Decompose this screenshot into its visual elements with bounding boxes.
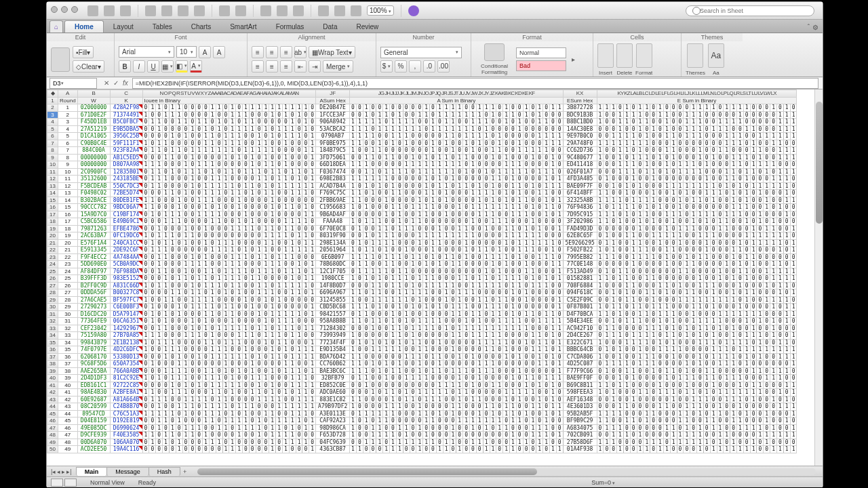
cell-bit[interactable]: 1 <box>403 247 410 254</box>
cell-bit[interactable]: 0 <box>463 410 470 418</box>
cell-bit[interactable]: 0 <box>737 176 744 183</box>
cell-bit[interactable]: 0 <box>644 261 650 268</box>
cell-w[interactable]: 00000000 <box>77 161 110 169</box>
cell-bit[interactable]: 1 <box>376 147 383 155</box>
cell-bit[interactable]: 1 <box>376 424 383 432</box>
cell-bit[interactable]: 1 <box>256 133 262 140</box>
cell-bit[interactable]: 0 <box>189 268 196 275</box>
cell-bit[interactable]: 0 <box>663 296 670 304</box>
cell-bit[interactable]: 0 <box>663 410 670 418</box>
cell-bit[interactable]: 1 <box>383 253 390 261</box>
cell-bit[interactable]: 1 <box>790 247 797 254</box>
cell-bit[interactable]: 0 <box>496 182 503 190</box>
cell-bit[interactable]: 0 <box>203 424 210 432</box>
cell-bit[interactable]: 1 <box>396 211 403 218</box>
cell-bit[interactable]: 1 <box>262 140 269 147</box>
cell-esum-hex[interactable]: F502FB22 <box>563 247 597 254</box>
cell-bit[interactable]: 1 <box>249 218 256 226</box>
cell-bit[interactable]: 1 <box>523 168 530 176</box>
row-header[interactable]: 16 <box>47 204 58 211</box>
cell-bit[interactable]: 0 <box>296 119 302 126</box>
cell-bit[interactable]: 0 <box>604 353 610 361</box>
cell-bit[interactable]: 1 <box>383 261 390 268</box>
cell-bit[interactable]: 0 <box>236 410 243 418</box>
cell-bit[interactable]: 1 <box>684 253 690 261</box>
cell-bit[interactable]: 1 <box>717 147 724 155</box>
cell-bit[interactable]: 0 <box>476 232 483 240</box>
cell-bit[interactable]: 0 <box>203 346 210 354</box>
cell-bit[interactable]: 0 <box>289 232 296 240</box>
grow-font-button[interactable]: A <box>199 46 211 58</box>
cell-bit[interactable]: 0 <box>597 289 604 297</box>
cell-bit[interactable]: 1 <box>663 182 670 190</box>
cell-bit[interactable]: 1 <box>436 154 443 161</box>
cell-bit[interactable]: 1 <box>256 432 262 439</box>
cell-bit[interactable]: 1 <box>443 125 450 133</box>
cell-bit[interactable]: 0 <box>222 410 229 418</box>
cell-bit[interactable]: 0 <box>717 382 724 389</box>
cell-bit[interactable]: 0 <box>776 361 783 368</box>
cell-bit[interactable]: 0 <box>677 389 684 396</box>
cell-bit[interactable]: 0 <box>390 382 397 389</box>
cell-bit[interactable]: 0 <box>703 304 710 311</box>
cell-bit[interactable]: 0 <box>483 147 490 155</box>
add-sheet-button[interactable]: + <box>180 468 191 475</box>
cell-bit[interactable]: 1 <box>483 424 490 432</box>
cell-bit[interactable]: 1 <box>697 353 704 361</box>
cell-bit[interactable]: 0 <box>376 154 383 161</box>
cell-bit[interactable]: 0 <box>282 410 289 418</box>
cell-k[interactable]: F40E3585 <box>110 432 142 439</box>
cell-bit[interactable]: 1 <box>262 396 269 403</box>
cell-bit[interactable]: 1 <box>690 375 697 382</box>
cell-bit[interactable]: 1 <box>757 154 764 161</box>
cell-bit[interactable]: 0 <box>790 176 797 183</box>
cell-bit[interactable]: 0 <box>597 268 604 275</box>
cell-bit[interactable]: 0 <box>650 318 657 325</box>
cell-bit[interactable]: 1 <box>650 197 657 204</box>
cell-bit[interactable]: 0 <box>516 424 523 432</box>
underline-button[interactable]: U <box>147 60 159 73</box>
cell-bit[interactable]: 0 <box>163 424 170 432</box>
cell-bit[interactable]: 1 <box>783 147 790 155</box>
cell-bit[interactable]: 1 <box>496 325 503 332</box>
cell-bit[interactable]: 0 <box>142 176 149 183</box>
cell-bit[interactable]: 0 <box>470 375 477 382</box>
cell-bit[interactable]: 0 <box>236 168 243 176</box>
cell-bit[interactable]: 1 <box>663 261 670 268</box>
cell-bit[interactable]: 1 <box>236 418 243 425</box>
cell-bit[interactable]: 0 <box>196 111 203 119</box>
cell-bit[interactable]: 0 <box>770 403 777 411</box>
cell-bit[interactable]: 1 <box>670 232 677 240</box>
cell-bit[interactable]: 0 <box>142 247 149 254</box>
cell-bit[interactable]: 1 <box>309 396 316 403</box>
cell-bit[interactable]: 0 <box>703 403 710 411</box>
cell-bit[interactable]: 0 <box>730 318 737 325</box>
cell-bit[interactable]: 1 <box>536 361 543 368</box>
cell-bit[interactable]: 1 <box>503 410 510 418</box>
cell-bit[interactable]: 1 <box>617 204 624 211</box>
cell-asum-hex[interactable]: 53ACBCA2 <box>316 125 350 133</box>
cell-bit[interactable]: 1 <box>390 318 397 325</box>
cell-bit[interactable]: 1 <box>556 140 563 147</box>
cell-bit[interactable]: 1 <box>363 119 370 126</box>
cell-bit[interactable]: 1 <box>350 318 357 325</box>
cell-bit[interactable]: 1 <box>463 318 470 325</box>
cell-bit[interactable]: 1 <box>249 304 256 311</box>
cell-bit[interactable]: 0 <box>764 147 770 155</box>
cell-bit[interactable]: 0 <box>149 325 156 332</box>
cell-bit[interactable]: 1 <box>470 190 477 197</box>
cell-bit[interactable]: 0 <box>243 197 250 204</box>
cell-bit[interactable]: 0 <box>710 239 717 247</box>
cell-bit[interactable]: 0 <box>282 275 289 283</box>
cell-bit[interactable]: 0 <box>309 119 316 126</box>
cell-bit[interactable]: 1 <box>282 389 289 396</box>
cell-bit[interactable]: 1 <box>309 325 316 332</box>
cell-bit[interactable]: 0 <box>697 247 704 254</box>
cell-bit[interactable]: 0 <box>276 446 283 453</box>
cell-bit[interactable]: 0 <box>677 176 684 183</box>
cell-bit[interactable]: 0 <box>684 282 690 289</box>
cell-bit[interactable]: 0 <box>450 140 456 147</box>
sort-icon[interactable] <box>277 5 288 16</box>
cell-bit[interactable]: 1 <box>610 289 617 297</box>
cell-bit[interactable]: 1 <box>149 197 156 204</box>
